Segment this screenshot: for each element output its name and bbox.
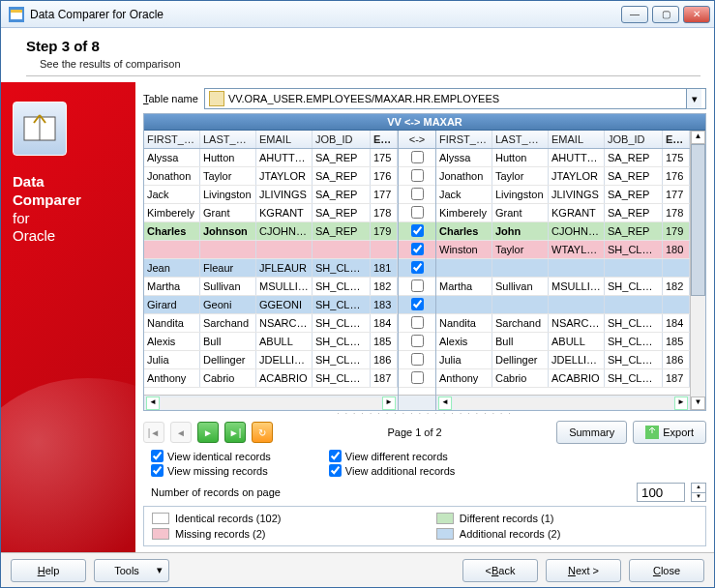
- legend: Identical records (102) Different record…: [143, 506, 706, 546]
- table-cell: MSULLIVA: [256, 278, 313, 295]
- table-row[interactable]: JuliaDellingerJDELLINGSH_CLERK186: [436, 351, 690, 369]
- table-cell: 187: [663, 369, 690, 387]
- table-row[interactable]: AlexisBullABULLSH_CLERK185: [436, 333, 690, 351]
- column-header[interactable]: FIRST_NAME: [436, 131, 492, 148]
- row-compare-checkbox[interactable]: [399, 167, 435, 185]
- table-row[interactable]: JonathonTaylorJTAYLORSA_REP176: [144, 167, 398, 186]
- table-row[interactable]: AnthonyCabrioACABRIOSH_CLERK187: [436, 369, 690, 388]
- dropdown-icon[interactable]: ▾: [686, 89, 701, 108]
- table-row[interactable]: CharlesJohnsonCJOHNSONSA_REP179: [144, 222, 398, 241]
- table-cell: MSULLIVA: [549, 278, 605, 295]
- summary-button[interactable]: Summary: [556, 421, 627, 444]
- table-cell: SH_CLERK: [605, 333, 663, 350]
- view-identical-checkbox[interactable]: View identical records: [151, 450, 271, 462]
- right-hscroll[interactable]: ◄►: [436, 395, 690, 410]
- table-row[interactable]: [144, 241, 398, 259]
- close-button[interactable]: ✕: [683, 6, 710, 23]
- row-compare-checkbox[interactable]: [399, 186, 435, 203]
- row-compare-checkbox[interactable]: [399, 369, 435, 387]
- view-missing-checkbox[interactable]: View missing records: [151, 464, 271, 477]
- table-cell: SA_REP: [605, 204, 663, 221]
- table-row[interactable]: CharlesJohnCJOHNSONSA_REP179: [436, 222, 690, 241]
- row-compare-checkbox[interactable]: [399, 259, 435, 277]
- table-row[interactable]: AlyssaHuttonAHUTTONSA_REP175: [144, 149, 398, 167]
- table-row[interactable]: AnthonyCabrioACABRIOSH_CLERK187: [144, 369, 398, 388]
- view-additional-checkbox[interactable]: View additional records: [329, 464, 456, 477]
- table-cell: Dellinger: [492, 351, 549, 368]
- column-header[interactable]: EMP: [663, 131, 690, 148]
- table-row[interactable]: WinstonTaylorWTAYLORSH_CLERK180: [436, 241, 690, 259]
- column-header[interactable]: EMAIL: [256, 131, 313, 148]
- table-cell: Alexis: [436, 333, 492, 350]
- column-header[interactable]: FIRST_NAME: [144, 131, 200, 148]
- table-row[interactable]: MarthaSullivanMSULLIVASH_CLERK182: [144, 278, 398, 296]
- table-row[interactable]: [436, 296, 690, 314]
- tools-button[interactable]: Tools: [94, 559, 169, 582]
- next-button[interactable]: Next >: [546, 559, 621, 582]
- column-header[interactable]: EMP: [371, 131, 398, 148]
- nav-first-button[interactable]: |◄: [143, 422, 164, 443]
- nav-prev-button[interactable]: ◄: [170, 422, 192, 443]
- row-compare-checkbox[interactable]: [399, 149, 435, 166]
- row-compare-checkbox[interactable]: [399, 204, 435, 221]
- records-per-page-input[interactable]: [637, 483, 685, 502]
- close-wizard-button[interactable]: Close: [629, 559, 704, 582]
- table-row[interactable]: KimberelyGrantKGRANTSA_REP178: [144, 204, 398, 222]
- row-compare-checkbox[interactable]: [399, 314, 435, 332]
- table-row[interactable]: GirardGeoniGGEONISH_CLERK183: [144, 296, 398, 314]
- export-button[interactable]: Export: [633, 421, 706, 444]
- help-button[interactable]: Help: [11, 559, 86, 582]
- table-cell: NSARCHAN: [549, 314, 605, 332]
- table-row[interactable]: AlexisBullABULLSH_CLERK185: [144, 333, 398, 351]
- column-header[interactable]: JOB_ID: [605, 131, 663, 148]
- table-cell: [200, 241, 256, 258]
- row-compare-checkbox[interactable]: [399, 241, 435, 258]
- row-compare-checkbox[interactable]: [399, 351, 435, 368]
- table-cell: Grant: [200, 204, 256, 221]
- compare-checkbox-column: <->: [398, 131, 436, 410]
- row-compare-checkbox[interactable]: [399, 278, 435, 295]
- row-compare-checkbox[interactable]: [399, 296, 435, 313]
- table-row[interactable]: NanditaSarchandNSARCHANSH_CLERK184: [436, 314, 690, 333]
- back-button[interactable]: < Back: [462, 559, 538, 582]
- table-cell: JDELLING: [256, 351, 313, 368]
- records-spinner[interactable]: ▲▼: [691, 483, 706, 502]
- column-header[interactable]: JOB_ID: [313, 131, 371, 148]
- table-cell: CJOHNSON: [256, 222, 313, 240]
- table-cell: [663, 296, 690, 313]
- minimize-button[interactable]: ―: [621, 6, 648, 23]
- column-header[interactable]: LAST_NAME: [200, 131, 256, 148]
- table-row[interactable]: NanditaSarchandNSARCHANSH_CLERK184: [144, 314, 398, 333]
- table-cell: Julia: [436, 351, 492, 368]
- table-name-label: Table name: [143, 93, 198, 104]
- nav-next-button[interactable]: ►: [197, 422, 219, 443]
- vertical-scrollbar[interactable]: ▲▼: [690, 131, 705, 410]
- column-header[interactable]: EMAIL: [549, 131, 605, 148]
- table-row[interactable]: [436, 259, 690, 278]
- row-compare-checkbox[interactable]: [399, 222, 435, 240]
- table-icon: [209, 91, 224, 106]
- table-row[interactable]: JeanFleaurJFLEAURSH_CLERK181: [144, 259, 398, 278]
- table-row[interactable]: MarthaSullivanMSULLIVASH_CLERK182: [436, 278, 690, 296]
- table-row[interactable]: JackLivingstonJLIVINGSSA_REP177: [436, 186, 690, 204]
- table-cell: NSARCHAN: [256, 314, 313, 332]
- table-cell: 179: [371, 222, 398, 240]
- table-row[interactable]: AlyssaHuttonAHUTTONSA_REP175: [436, 149, 690, 167]
- table-row[interactable]: JonathonTaylorJTAYLORSA_REP176: [436, 167, 690, 186]
- table-cell: SA_REP: [313, 222, 371, 240]
- table-row[interactable]: JackLivingstonJLIVINGSSA_REP177: [144, 186, 398, 204]
- table-cell: 184: [371, 314, 398, 332]
- nav-last-button[interactable]: ►|: [224, 422, 246, 443]
- row-compare-checkbox[interactable]: [399, 333, 435, 350]
- left-hscroll[interactable]: ◄►: [144, 395, 398, 410]
- table-row[interactable]: KimberelyGrantKGRANTSA_REP178: [436, 204, 690, 222]
- maximize-button[interactable]: ▢: [652, 6, 679, 23]
- nav-refresh-button[interactable]: ↻: [252, 422, 273, 443]
- table-name-select[interactable]: VV.ORA_USER.EMPLOYEES/MAXAR.HR.EMPLOYEES…: [204, 88, 706, 109]
- table-cell: JLIVINGS: [549, 186, 605, 203]
- view-different-checkbox[interactable]: View different records: [329, 450, 456, 462]
- table-cell: ABULL: [256, 333, 313, 350]
- column-header[interactable]: LAST_NAME: [492, 131, 549, 148]
- table-row[interactable]: JuliaDellingerJDELLINGSH_CLERK186: [144, 351, 398, 369]
- table-cell: SH_CLERK: [605, 278, 663, 295]
